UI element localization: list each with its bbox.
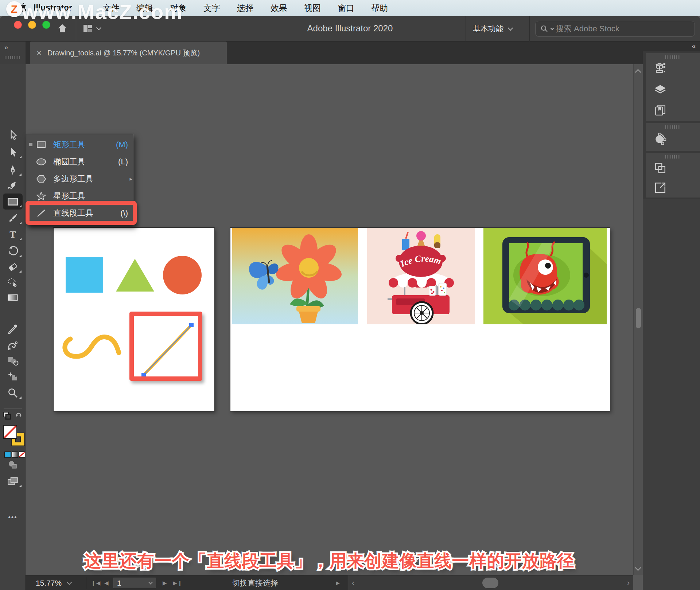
svg-text:T: T (9, 229, 16, 240)
shape-builder-tool-icon[interactable] (0, 353, 26, 369)
watermark-logo: Z (6, 1, 22, 17)
artboard-tool-icon[interactable] (0, 369, 26, 385)
fill-color-none[interactable] (3, 425, 17, 439)
status-bar: 15.77% ❙◀ ◀ 1 ▶ ▶❙ 切换直接选择 ▶ ‹ › (26, 575, 633, 590)
expand-panels-icon: ‹‹ (692, 43, 695, 50)
chevron-down-icon (508, 26, 513, 31)
ice-cream-cart-illustration: Ice Cream (367, 228, 475, 324)
export-panel-icon[interactable] (654, 181, 666, 194)
orange-circle-shape (163, 256, 202, 294)
panel-group-3 (646, 153, 700, 198)
screen-mode-icon[interactable] (0, 473, 26, 489)
libraries-panel-icon[interactable] (654, 104, 666, 117)
scroll-right-icon[interactable]: › (627, 575, 630, 590)
toolbar-header[interactable]: ›› (0, 42, 26, 64)
artboard-illustrations[interactable]: Ice Cream (230, 228, 610, 411)
rectangle-icon (36, 140, 47, 149)
gradient-tool-icon[interactable] (0, 289, 26, 305)
star-icon (36, 192, 47, 200)
toolbar-grip (5, 56, 21, 59)
artboard-number-value: 1 (117, 579, 121, 587)
first-artboard-button[interactable]: ❙◀ (91, 575, 100, 590)
panel-grip (665, 55, 681, 59)
vertical-scroll-thumb[interactable] (636, 308, 641, 328)
toolbar-expand-icon: ›› (4, 44, 7, 51)
dock-empty-area (643, 199, 700, 590)
eraser-tool-icon[interactable] (0, 259, 26, 275)
chevron-down-icon (551, 26, 554, 30)
submenu-arrow-icon: ▸ (129, 176, 132, 182)
tab-close-icon[interactable]: × (36, 48, 42, 58)
green-triangle-shape (116, 259, 154, 292)
annotation-box-line-tool (26, 201, 137, 225)
zoom-level-value: 15.77% (36, 579, 62, 587)
scroll-up-icon (635, 69, 641, 75)
polygon-icon (36, 175, 47, 183)
vertical-scrollbar[interactable] (633, 64, 643, 575)
menu-effect[interactable]: 效果 (271, 3, 287, 14)
annotation-box-line-drawing (129, 312, 202, 381)
scroll-down-icon (635, 565, 641, 571)
edit-toolbar-button[interactable]: ••• (0, 509, 26, 525)
menu-help[interactable]: 帮助 (371, 3, 388, 14)
dock-header[interactable]: ‹‹ (643, 42, 700, 51)
shape-properties-panel-icon[interactable] (654, 133, 666, 145)
tutorial-subtitle: 这里还有一个「直线段工具」，用来创建像直线一样的开放路径 (26, 550, 633, 573)
artboards-panel-icon[interactable] (654, 162, 666, 174)
rotate-tool-icon[interactable] (0, 243, 26, 259)
panel-group-2 (646, 123, 700, 151)
toolbar: T ••• (0, 64, 26, 590)
direct-selection-tool-icon[interactable] (0, 144, 26, 160)
last-artboard-button[interactable]: ▶❙ (173, 575, 182, 590)
menu-type[interactable]: 文字 (203, 3, 220, 14)
status-hint-text: 切换直接选择 (193, 575, 317, 590)
flyout-item-ellipse[interactable]: 椭圆工具 (L) (26, 153, 133, 170)
rectangle-tool-icon[interactable] (0, 194, 26, 210)
yellow-squiggle-path (65, 337, 119, 356)
menu-select[interactable]: 选择 (237, 3, 254, 14)
menu-window[interactable]: 窗口 (338, 3, 354, 14)
curvature-tool-icon[interactable] (0, 177, 26, 194)
zoom-level-dropdown[interactable]: 15.77% (36, 575, 71, 590)
swap-fill-stroke-control[interactable] (3, 411, 23, 423)
ellipse-icon (36, 157, 47, 166)
panel-grip (665, 155, 681, 159)
menu-view[interactable]: 视图 (304, 3, 321, 14)
watermark-text: www.MacZ.com (22, 0, 183, 24)
type-tool-icon[interactable]: T (0, 226, 26, 242)
artboard-number-dropdown[interactable]: 1 (113, 578, 156, 588)
horizontal-scroll-thumb[interactable] (482, 578, 498, 588)
scroll-left-icon[interactable]: ‹ (352, 575, 354, 590)
horizontal-scrollbar[interactable]: ‹ › (348, 575, 633, 590)
current-tool-indicator (29, 143, 32, 146)
search-input[interactable] (556, 24, 676, 34)
document-tab[interactable]: × Drawing_tools.ai @ 15.77% (CMYK/GPU 预览… (30, 42, 227, 64)
flyout-item-polygon[interactable]: 多边形工具 ▸ (26, 170, 133, 187)
stock-search-field[interactable] (535, 21, 695, 37)
panel-grip (665, 125, 681, 129)
paintbrush-tool-icon[interactable] (0, 210, 26, 226)
eyedropper-tool-icon[interactable] (0, 321, 26, 337)
next-artboard-button[interactable]: ▶ (163, 575, 167, 590)
blue-square-shape (66, 257, 103, 293)
shaper-tool-icon[interactable] (0, 274, 26, 290)
flyout-item-rectangle[interactable]: 矩形工具 (M) (26, 136, 133, 153)
pen-tool-icon[interactable] (0, 162, 26, 178)
panel-group-1 (646, 53, 700, 121)
workspace-switcher[interactable]: 基本功能 (473, 24, 512, 34)
status-proxy-button[interactable]: ▶ (336, 575, 340, 590)
layers-panel-icon[interactable] (654, 84, 666, 96)
tab-title: Drawing_tools.ai @ 15.77% (CMYK/GPU 预览) (47, 48, 200, 58)
properties-panel-icon[interactable] (654, 61, 666, 74)
monster-tablet-illustration (483, 228, 607, 324)
toolbar-divider (4, 409, 22, 409)
zoom-tool-icon[interactable] (0, 385, 26, 401)
puppet-warp-tool-icon[interactable] (0, 337, 26, 353)
panel-dock: ‹‹ (643, 42, 700, 590)
previous-artboard-button[interactable]: ◀ (104, 575, 109, 590)
search-icon (540, 24, 549, 33)
selection-tool-icon[interactable] (0, 127, 26, 143)
drawing-mode-icon[interactable] (0, 457, 26, 473)
butterfly-flower-illustration (232, 228, 358, 324)
